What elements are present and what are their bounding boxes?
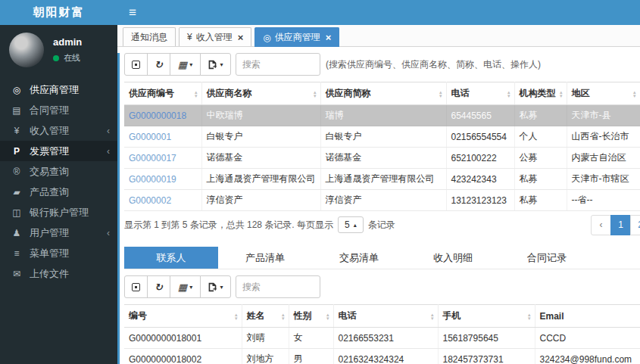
column-header[interactable]: 电话▴▾ [446,82,514,105]
row-id-link[interactable]: G00000019 [129,174,176,185]
table-cell: 324234@998fund.com [535,349,640,364]
export-button[interactable]: ▾ [200,53,231,76]
sidebar-item-trade-query[interactable]: 交易查询 [0,161,117,182]
tab-contract-records[interactable]: 合同记录 [500,247,594,269]
sidebar-menu: 供应商管理 合同管理 收入管理 ‹ 发票管理 ‹ 交易查询 [0,79,117,284]
table-cell: CCCD [535,328,640,349]
supplier-search-input[interactable] [236,53,320,76]
chevron-down-icon: ▾ [189,284,192,291]
list-icon [10,248,23,259]
registered-icon [10,166,23,177]
sidebar-item-product-query[interactable]: 产品查询 [0,182,117,202]
tab-supplier-mgmt[interactable]: ◎ 供应商管理 × [254,27,339,47]
column-header[interactable]: 供应商简称▴▾ [320,82,446,105]
sidebar-item-supplier-mgmt[interactable]: 供应商管理 [0,79,117,100]
sidebar-item-menu-mgmt[interactable]: 菜单管理 [0,243,117,263]
table-cell: 刘晴 [242,328,289,349]
table-row[interactable]: G00000017诺德基金诺德基金652100222公募内蒙古自治区admin [124,148,640,169]
table-cell: G0000000018001 [124,328,242,349]
sidebar-item-user-mgmt[interactable]: 用户管理 ‹ [0,222,117,243]
card-view-icon [132,283,140,291]
page-button-1[interactable]: 1 [610,215,631,235]
sort-icon[interactable]: ▴▾ [431,313,434,320]
sort-icon[interactable]: ▴▾ [195,90,198,98]
column-header[interactable]: 手机▴▾ [438,305,535,328]
document-icon [10,105,23,116]
sort-icon[interactable]: ▴▾ [235,313,238,320]
table-row[interactable]: G00000019上海通晟资产管理有限公司上海通晟资产管理有限公司4232423… [124,169,640,190]
sort-icon[interactable]: ▴▾ [528,313,531,320]
columns-button[interactable]: ▾ [170,275,201,298]
page-button-2[interactable]: 2 [630,215,640,235]
hamburger-icon[interactable]: ≡ [117,0,136,25]
table-cell: 诺德基金 [201,148,320,169]
export-button[interactable]: ▾ [200,275,231,298]
close-icon[interactable]: × [238,33,244,42]
tab-product-list[interactable]: 产品清单 [218,247,312,269]
sidebar-item-contract-mgmt[interactable]: 合同管理 [0,100,117,120]
table-row[interactable]: G0000002淳信资产淳信资产13123123123私募--省--admin [124,190,640,211]
sort-icon[interactable]: ▴▾ [560,90,563,98]
card-view-button[interactable] [124,53,148,76]
refresh-button[interactable] [147,53,170,76]
table-cell: 公募 [514,148,567,169]
table-cell: 白银专户 [320,126,446,148]
sidebar-item-upload-file[interactable]: 上传文件 [0,263,117,284]
sort-icon[interactable]: ▴▾ [507,90,510,98]
refresh-button[interactable] [147,275,170,298]
column-header-label: 机构类型 [520,88,556,98]
page-size-dropdown[interactable]: 5 ▴ [338,216,364,233]
tab-contacts[interactable]: 联系人 [124,247,218,269]
column-header[interactable]: 编号▴▾ [124,305,242,328]
sidebar-item-invoice-mgmt[interactable]: 发票管理 ‹ [0,141,117,161]
avatar [9,33,44,67]
column-header[interactable]: 供应商名称▴▾ [201,82,320,105]
table-cell: 淳信资产 [320,190,446,211]
column-header[interactable]: 性别▴▾ [289,305,333,328]
sort-icon[interactable]: ▴▾ [439,90,442,98]
row-id-link[interactable]: G00000017 [129,153,176,163]
tab-income-detail[interactable]: 收入明细 [406,247,500,269]
supplier-pagination: 显示第 1 到第 5 条记录，总共 128 条记录. 每页显示 5 ▴ 条记录 … [124,216,640,241]
row-id-link[interactable]: G0000002 [129,195,171,206]
table-row[interactable]: G0000000018中欧瑞博瑞博65445565私募天津市-县admin [124,105,640,126]
sidebar-item-label: 菜单管理 [30,247,69,260]
tab-notifications[interactable]: 通知消息 [123,27,176,46]
column-header[interactable]: 供应商编号▴▾ [124,82,201,105]
sort-icon[interactable]: ▴▾ [633,90,636,98]
column-header[interactable]: 电话▴▾ [333,305,438,328]
sidebar-item-bank-account-mgmt[interactable]: 银行账户管理 [0,202,117,222]
table-cell: 0216324324324 [333,349,438,364]
sidebar-item-income-mgmt[interactable]: 收入管理 ‹ [0,120,117,141]
table-cell: 白银专户 [201,126,320,148]
close-icon[interactable]: × [326,33,332,42]
column-header[interactable]: 地区▴▾ [567,82,640,105]
table-cell: 上海通晟资产管理有限公司 [201,169,320,190]
brand-logo[interactable]: 朝阳财富 [0,0,117,25]
table-row[interactable]: G0000001白银专户白银专户02156554554个人山西省-长治市admi… [124,126,640,148]
sort-icon[interactable]: ▴▾ [326,313,329,320]
table-row[interactable]: G0000000018001刘晴女0216655323115618795645C… [124,328,640,349]
sort-icon[interactable]: ▴▾ [282,313,285,320]
prev-page-button[interactable]: ‹ [591,215,611,235]
online-status-icon [53,55,59,61]
column-header[interactable]: 机构类型▴▾ [514,82,567,105]
columns-button[interactable]: ▾ [170,53,201,76]
table-row[interactable]: G0000000018002刘地方男0216324324324182457373… [124,349,640,364]
sidebar: 朝阳财富 admin 在线 供应商管理 合同管理 收入管理 [0,0,117,364]
sort-icon[interactable]: ▴▾ [314,90,317,98]
tab-trade-list[interactable]: 交易清单 [312,247,406,269]
contacts-search-input[interactable] [236,275,320,298]
column-header-label: 电话 [451,88,470,98]
row-id-link[interactable]: G0000000018 [129,110,186,121]
main-content: 通知消息 ¥ 收入管理 × ◎ 供应商管理 × ▾ [117,25,640,364]
column-header[interactable]: Email [535,305,640,328]
column-header-label: 供应商编号 [129,88,174,98]
supplier-toolbar: ▾ ▾ (搜索供应商编号、供应商名称、简称、电话、操作人) [124,53,640,76]
card-view-button[interactable] [124,275,148,298]
tab-label: 收入管理 [196,31,233,44]
tab-income-mgmt[interactable]: ¥ 收入管理 × [179,27,251,46]
table-cell: G00000019 [124,169,201,190]
row-id-link[interactable]: G0000001 [129,132,171,142]
column-header[interactable]: 姓名▴▾ [242,305,289,328]
